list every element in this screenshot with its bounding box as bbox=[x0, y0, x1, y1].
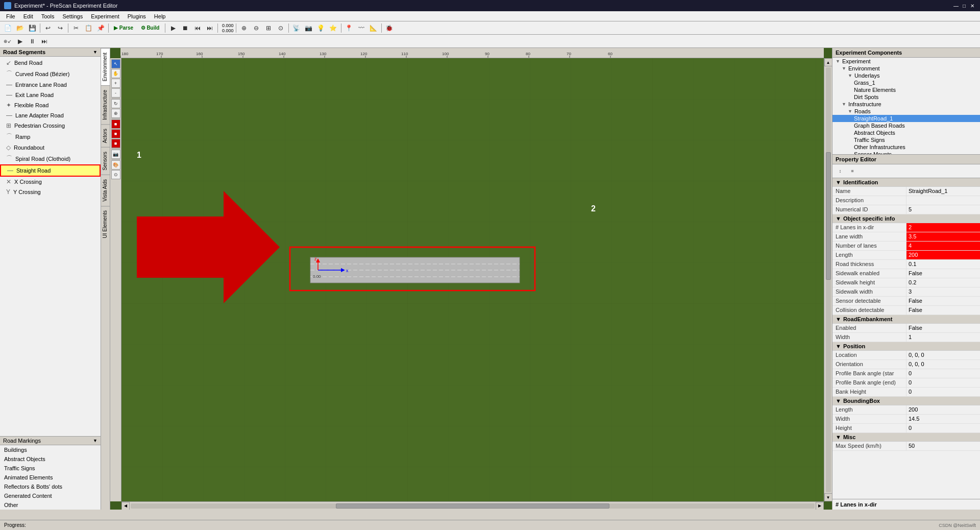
prop-value-embankment-enabled[interactable]: False bbox=[906, 324, 980, 332]
road-item-entrance[interactable]: — Entrance Lane Road bbox=[0, 80, 101, 90]
tool-zoom-out[interactable]: - bbox=[111, 88, 120, 98]
road-item-pedestrian[interactable]: ⊞ Pedestrian Crossing bbox=[0, 121, 101, 131]
build-btn[interactable]: ⚙ Build bbox=[137, 22, 163, 34]
paste-btn[interactable]: 📌 bbox=[95, 22, 106, 34]
tool-red2[interactable]: ■ bbox=[111, 129, 120, 138]
tool-camera[interactable]: 📷 bbox=[111, 150, 120, 159]
prop-value-road-thickness[interactable]: 0.1 bbox=[906, 260, 980, 269]
section-misc[interactable]: ▼ Misc bbox=[832, 433, 980, 442]
v-scrollbar-thumb[interactable] bbox=[826, 152, 831, 280]
prop-value-bank-start[interactable]: 0 bbox=[906, 369, 980, 378]
tree-sensor-mounts[interactable]: Sensor Mounts bbox=[832, 151, 980, 155]
prop-value-sensor-detectable[interactable]: False bbox=[906, 297, 980, 305]
play-btn[interactable]: ▶ bbox=[14, 36, 26, 47]
expand-experiment[interactable]: ▼ bbox=[836, 59, 840, 64]
animated-elements-item[interactable]: Animated Elements bbox=[0, 473, 101, 482]
star-btn[interactable]: ⭐ bbox=[328, 22, 339, 34]
panel-collapse[interactable]: ▼ bbox=[93, 50, 97, 55]
road-item-curved[interactable]: ⌒ Curved Road (Bézier) bbox=[0, 68, 101, 80]
menu-tools[interactable]: Tools bbox=[37, 11, 59, 21]
tree-infrastructure[interactable]: ▼ Infrastructure bbox=[832, 101, 980, 108]
section-object-specific[interactable]: ▼ Object specific info bbox=[832, 214, 980, 223]
tool-measure[interactable]: ⊕ bbox=[111, 109, 120, 118]
h-scrollbar-thumb[interactable] bbox=[336, 503, 609, 509]
path-btn[interactable]: 〰 bbox=[356, 22, 367, 34]
traffic-signs-item[interactable]: Traffic Signs bbox=[0, 464, 101, 473]
section-position[interactable]: ▼ Position bbox=[832, 342, 980, 351]
pause-btn[interactable]: ⏸ bbox=[27, 36, 38, 47]
open-btn[interactable]: 📂 bbox=[14, 22, 26, 34]
new-btn[interactable]: 📄 bbox=[2, 22, 13, 34]
road-item-y-crossing[interactable]: Y Y Crossing bbox=[0, 187, 101, 197]
section-identification[interactable]: ▼ Identification bbox=[832, 178, 980, 187]
parse-btn[interactable]: ▶ Parse bbox=[111, 22, 136, 34]
prop-value-num-lanes[interactable]: 4 bbox=[906, 242, 980, 250]
tree-graph-roads[interactable]: Graph Based Roads bbox=[832, 122, 980, 129]
menu-file[interactable]: File bbox=[2, 11, 19, 21]
expand-underlays[interactable]: ▼ bbox=[848, 73, 852, 78]
stop-btn[interactable]: ⏹ bbox=[180, 22, 191, 34]
prop-value-orientation[interactable]: 0, 0, 0 bbox=[906, 360, 980, 369]
reflectors-item[interactable]: Reflectors & Botts' dots bbox=[0, 482, 101, 491]
prop-value-location[interactable]: 0, 0, 0 bbox=[906, 351, 980, 359]
tool-red1[interactable]: ■ bbox=[111, 119, 120, 129]
maximize-button[interactable]: □ bbox=[961, 2, 968, 9]
expand-infrastructure[interactable]: ▼ bbox=[842, 102, 846, 107]
vtab-vista-aids[interactable]: Vista Aids bbox=[101, 175, 110, 206]
menu-help[interactable]: Help bbox=[150, 11, 170, 21]
zoom-in-btn[interactable]: ⊕ bbox=[238, 22, 250, 34]
bug-btn[interactable]: 🐞 bbox=[384, 22, 395, 34]
tree-underlays[interactable]: ▼ Underlays bbox=[832, 72, 980, 79]
tool-zoom-in[interactable]: + bbox=[111, 79, 120, 88]
road-item-x-crossing[interactable]: ✕ X Crossing bbox=[0, 177, 101, 187]
vtab-environment[interactable]: Environment bbox=[101, 48, 110, 85]
other-item[interactable]: Other bbox=[0, 500, 101, 510]
v-scrollbar-track[interactable] bbox=[826, 67, 831, 492]
camera-btn[interactable]: 📷 bbox=[303, 22, 314, 34]
expand-environment[interactable]: ▼ bbox=[842, 66, 846, 71]
waypoint-btn[interactable]: 📍 bbox=[344, 22, 355, 34]
tree-other-infra[interactable]: Other Infrastructures bbox=[832, 143, 980, 151]
prop-value-numerical-id[interactable]: 5 bbox=[906, 205, 980, 214]
tool-red3[interactable]: ■ bbox=[111, 139, 120, 148]
prop-value-max-speed[interactable]: 50 bbox=[906, 442, 980, 450]
prop-value-sidewalk-width[interactable]: 3 bbox=[906, 287, 980, 296]
tree-dirtspots[interactable]: Dirt Spots bbox=[832, 93, 980, 101]
vtab-ui-elements[interactable]: UI Elements bbox=[101, 206, 110, 242]
prop-value-sidewalk-height[interactable]: 0.2 bbox=[906, 278, 980, 287]
minimize-button[interactable]: — bbox=[952, 2, 960, 9]
generated-content-item[interactable]: Generated Content bbox=[0, 491, 101, 500]
light-btn[interactable]: 💡 bbox=[315, 22, 327, 34]
measure-btn[interactable]: 📐 bbox=[368, 22, 379, 34]
prop-sort-btn[interactable]: ↕ bbox=[835, 165, 846, 177]
menu-experiment[interactable]: Experiment bbox=[87, 11, 124, 21]
redo-btn[interactable]: ↪ bbox=[55, 22, 66, 34]
tool-select[interactable]: ↖ bbox=[111, 59, 120, 68]
section-bounding-box[interactable]: ▼ BoundingBox bbox=[832, 397, 980, 405]
road-element[interactable] bbox=[310, 257, 520, 283]
sensor-btn[interactable]: 📡 bbox=[291, 22, 302, 34]
prop-value-embankment-width[interactable]: 1 bbox=[906, 333, 980, 342]
tool-hand[interactable]: ✋ bbox=[111, 69, 120, 78]
section-road-embankment[interactable]: ▼ RoadEmbankment bbox=[832, 315, 980, 324]
scroll-left-btn[interactable]: ◀ bbox=[121, 502, 130, 510]
tool-rotate[interactable]: ↻ bbox=[111, 99, 120, 108]
menu-edit[interactable]: Edit bbox=[19, 11, 37, 21]
road-item-flexible[interactable]: ✦ Flexible Road bbox=[0, 100, 101, 110]
prop-value-lanes-x[interactable]: 2 bbox=[906, 223, 980, 232]
menu-settings[interactable]: Settings bbox=[58, 11, 87, 21]
undo-btn[interactable]: ↩ bbox=[42, 22, 54, 34]
abstract-objects-item[interactable]: Abstract Objects bbox=[0, 454, 101, 464]
prop-value-length[interactable]: 200 bbox=[906, 251, 980, 259]
save-btn[interactable]: 💾 bbox=[27, 22, 38, 34]
vtab-infrastructure[interactable]: Infrastructure bbox=[101, 85, 110, 124]
tree-nature[interactable]: Nature Elements bbox=[832, 86, 980, 93]
prop-value-bank-end[interactable]: 0 bbox=[906, 378, 980, 387]
cut-btn[interactable]: ✂ bbox=[70, 22, 82, 34]
road-item-straight[interactable]: — Straight Road bbox=[0, 164, 101, 177]
prop-value-bb-width[interactable]: 14.5 bbox=[906, 415, 980, 423]
road-item-exit[interactable]: — Exit Lane Road bbox=[0, 90, 101, 100]
tree-grass1[interactable]: Grass_1 bbox=[832, 79, 980, 86]
prop-value-bank-height[interactable]: 0 bbox=[906, 388, 980, 396]
tree-roads[interactable]: ▼ Roads bbox=[832, 108, 980, 115]
